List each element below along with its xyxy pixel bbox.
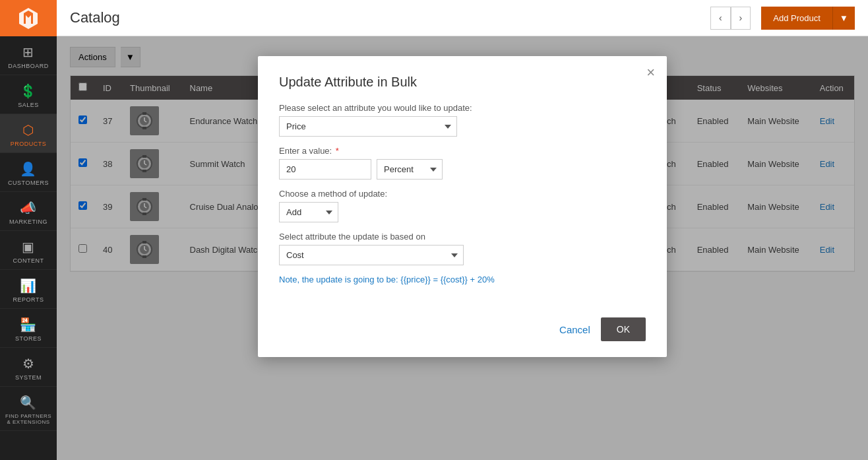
sidebar-item-system-label: SYSTEM: [15, 374, 42, 381]
attribute-label: Please select an attribute you would lik…: [279, 103, 646, 113]
sidebar-item-find-partners[interactable]: 🔍 FIND PARTNERS & EXTENSIONS: [0, 387, 57, 431]
pagination: ‹ ›: [710, 7, 751, 30]
sidebar: ⊞ DASHBOARD 💲 SALES ⬡ PRODUCTS 👤 CUSTOME…: [0, 0, 57, 460]
attribute-select[interactable]: Price Cost Weight Status: [279, 116, 457, 137]
sidebar-item-stores[interactable]: 🏪 STORES: [0, 309, 57, 348]
sidebar-item-marketing-label: MARKETING: [9, 218, 47, 225]
update-note: Note, the update is going to be: {{price…: [279, 275, 646, 284]
ok-button[interactable]: OK: [601, 317, 646, 341]
sidebar-item-reports[interactable]: 📊 REPORTS: [0, 270, 57, 309]
sidebar-item-stores-label: STORES: [15, 335, 42, 342]
sidebar-item-customers[interactable]: 👤 CUSTOMERS: [0, 153, 57, 192]
topbar: Catalog ‹ › Add Product ▼: [57, 0, 868, 36]
required-indicator: *: [336, 146, 339, 156]
customers-icon: 👤: [20, 161, 37, 177]
reports-icon: 📊: [20, 278, 37, 294]
sidebar-item-content-label: CONTENT: [13, 257, 44, 264]
method-select[interactable]: Add Subtract Set: [279, 202, 338, 222]
prev-page-button[interactable]: ‹: [710, 7, 731, 30]
system-icon: ⚙: [22, 356, 35, 372]
catalog-content: Actions ▼ ID Thumbnail Name Type Attribu…: [57, 36, 868, 460]
cancel-button[interactable]: Cancel: [559, 324, 590, 335]
add-product-button[interactable]: Add Product: [761, 7, 832, 30]
sidebar-logo: [0, 0, 57, 36]
attribute-select-row: Please select an attribute you would lik…: [279, 103, 646, 137]
sidebar-item-products-label: PRODUCTS: [11, 141, 47, 147]
dashboard-icon: ⊞: [22, 44, 34, 60]
find-partners-icon: 🔍: [20, 395, 37, 411]
sidebar-item-sales[interactable]: 💲 SALES: [0, 75, 57, 114]
marketing-icon: 📣: [20, 200, 37, 216]
sidebar-item-reports-label: REPORTS: [13, 296, 44, 303]
sidebar-item-sales-label: SALES: [18, 102, 39, 108]
value-row: Enter a value: * Percent Fixed: [279, 146, 646, 180]
sidebar-item-dashboard[interactable]: ⊞ DASHBOARD: [0, 36, 57, 75]
sidebar-item-find-partners-label: FIND PARTNERS & EXTENSIONS: [3, 413, 54, 425]
value-input[interactable]: [279, 159, 371, 180]
page-title: Catalog: [70, 9, 120, 26]
next-page-button[interactable]: ›: [731, 7, 751, 30]
sidebar-item-content[interactable]: ▣ CONTENT: [0, 231, 57, 270]
main-content: Catalog ‹ › Add Product ▼ Actions ▼: [57, 0, 868, 460]
sidebar-item-customers-label: CUSTOMERS: [8, 180, 49, 186]
content-icon: ▣: [22, 239, 35, 255]
sales-icon: 💲: [20, 83, 37, 99]
method-row: Choose a method of update: Add Subtract …: [279, 189, 646, 222]
based-row: Select attribute the update is based on …: [279, 232, 646, 265]
value-label: Enter a value: *: [279, 146, 646, 156]
modal-title: Update Attribute in Bulk: [279, 75, 646, 90]
sidebar-item-system[interactable]: ⚙ SYSTEM: [0, 348, 57, 387]
unit-select[interactable]: Percent Fixed: [377, 159, 443, 180]
stores-icon: 🏪: [20, 317, 37, 333]
based-select[interactable]: Cost Price MSRP: [279, 245, 464, 265]
topbar-actions: ‹ › Add Product ▼: [710, 7, 855, 30]
method-label: Choose a method of update:: [279, 189, 646, 199]
modal-close-button[interactable]: ×: [646, 65, 655, 80]
sidebar-item-dashboard-label: DASHBOARD: [8, 63, 49, 69]
modal-overlay: × Update Attribute in Bulk Please select…: [57, 36, 868, 460]
add-product-dropdown-button[interactable]: ▼: [832, 7, 855, 30]
update-attribute-modal: × Update Attribute in Bulk Please select…: [258, 56, 667, 357]
based-label: Select attribute the update is based on: [279, 232, 646, 242]
magento-logo-icon: [16, 7, 40, 30]
products-icon: ⬡: [22, 122, 34, 138]
sidebar-item-marketing[interactable]: 📣 MARKETING: [0, 192, 57, 231]
sidebar-item-products[interactable]: ⬡ PRODUCTS: [0, 114, 57, 153]
value-input-row: Percent Fixed: [279, 159, 646, 180]
modal-footer: Cancel OK: [279, 317, 646, 341]
